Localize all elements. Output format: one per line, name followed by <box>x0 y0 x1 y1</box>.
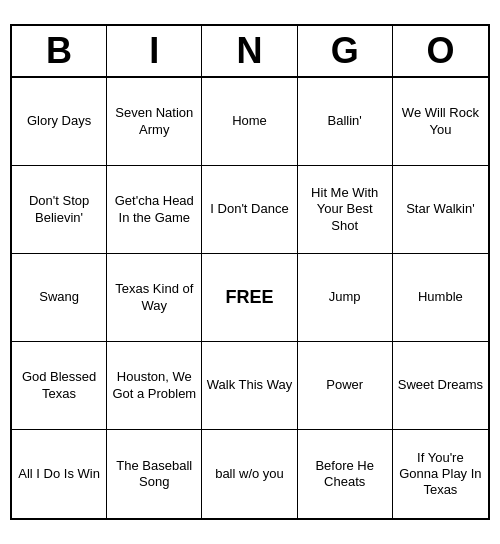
bingo-cell-24[interactable]: If You're Gonna Play In Texas <box>393 430 488 518</box>
bingo-cell-21[interactable]: The Baseball Song <box>107 430 202 518</box>
bingo-cell-23[interactable]: Before He Cheats <box>298 430 393 518</box>
bingo-header: BINGO <box>12 26 488 78</box>
bingo-cell-17[interactable]: Walk This Way <box>202 342 297 430</box>
bingo-cell-11[interactable]: Texas Kind of Way <box>107 254 202 342</box>
bingo-cell-15[interactable]: God Blessed Texas <box>12 342 107 430</box>
bingo-grid: Glory DaysSeven Nation ArmyHomeBallin'We… <box>12 78 488 518</box>
bingo-cell-6[interactable]: Get'cha Head In the Game <box>107 166 202 254</box>
bingo-cell-8[interactable]: Hit Me With Your Best Shot <box>298 166 393 254</box>
bingo-letter-i: I <box>107 26 202 76</box>
bingo-cell-0[interactable]: Glory Days <box>12 78 107 166</box>
bingo-letter-o: O <box>393 26 488 76</box>
bingo-cell-9[interactable]: Star Walkin' <box>393 166 488 254</box>
bingo-cell-22[interactable]: ball w/o you <box>202 430 297 518</box>
bingo-cell-20[interactable]: All I Do Is Win <box>12 430 107 518</box>
bingo-cell-13[interactable]: Jump <box>298 254 393 342</box>
bingo-letter-g: G <box>298 26 393 76</box>
bingo-cell-3[interactable]: Ballin' <box>298 78 393 166</box>
bingo-cell-1[interactable]: Seven Nation Army <box>107 78 202 166</box>
bingo-cell-2[interactable]: Home <box>202 78 297 166</box>
free-cell[interactable]: FREE <box>202 254 297 342</box>
bingo-letter-n: N <box>202 26 297 76</box>
bingo-cell-14[interactable]: Humble <box>393 254 488 342</box>
bingo-letter-b: B <box>12 26 107 76</box>
bingo-cell-5[interactable]: Don't Stop Believin' <box>12 166 107 254</box>
bingo-cell-18[interactable]: Power <box>298 342 393 430</box>
bingo-cell-19[interactable]: Sweet Dreams <box>393 342 488 430</box>
bingo-cell-4[interactable]: We Will Rock You <box>393 78 488 166</box>
bingo-card: BINGO Glory DaysSeven Nation ArmyHomeBal… <box>10 24 490 520</box>
bingo-cell-10[interactable]: Swang <box>12 254 107 342</box>
bingo-cell-7[interactable]: I Don't Dance <box>202 166 297 254</box>
bingo-cell-16[interactable]: Houston, We Got a Problem <box>107 342 202 430</box>
